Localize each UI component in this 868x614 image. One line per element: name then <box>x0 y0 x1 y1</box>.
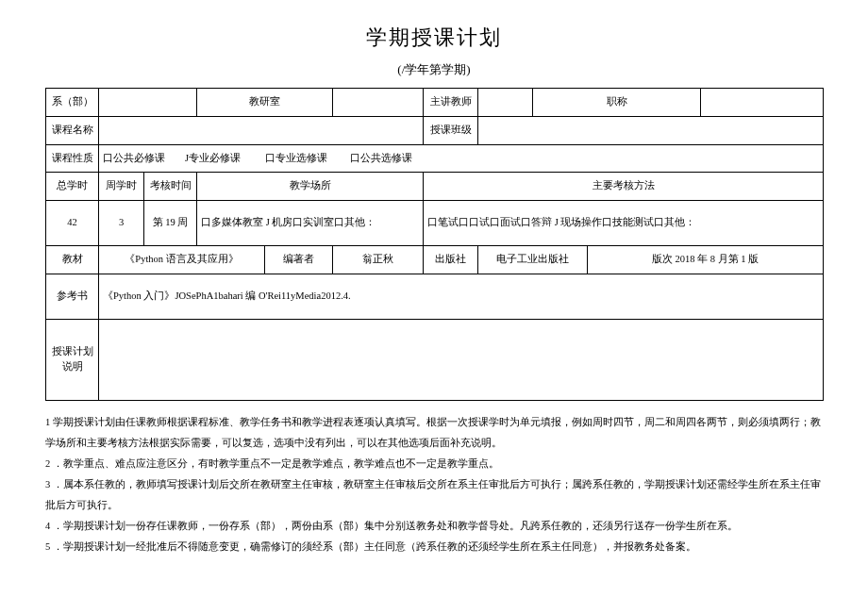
label-weekly-hours: 周学时 <box>99 173 144 201</box>
value-class <box>478 116 824 144</box>
page-title: 学期授课计划 <box>45 24 823 52</box>
ct-opt3: 口专业选修课 <box>265 153 327 163</box>
value-course-name <box>99 116 424 144</box>
value-office <box>333 89 424 117</box>
value-exam-method: 口笔试口口试口面试口答辩 J 现场操作口技能测试口其他： <box>424 201 824 246</box>
label-exam-time: 考核时间 <box>144 173 197 201</box>
label-author: 编著者 <box>265 246 333 274</box>
label-course-type: 课程性质 <box>46 144 99 173</box>
label-publisher: 出版社 <box>424 246 478 274</box>
label-dept: 系（部） <box>46 89 99 117</box>
label-place: 教学场所 <box>197 173 424 201</box>
textbook-publisher: 电子工业出版社 <box>478 246 588 274</box>
label-course-name: 课程名称 <box>46 116 99 144</box>
value-total-hours: 42 <box>46 201 99 246</box>
page-subtitle: (/学年第学期) <box>45 61 823 78</box>
value-place: 口多媒体教室 J 机房口实训室口其他： <box>197 201 424 246</box>
value-lecturer <box>478 89 533 117</box>
label-reference: 参考书 <box>46 274 99 319</box>
note-5: 5 ．学期授课计划一经批准后不得随意变更，确需修订的须经系（部）主任同意（跨系任… <box>45 537 823 557</box>
note-4: 4 ．学期授课计划一份存任课教师，一份存系（部），两份由系（部）集中分别送教务处… <box>45 516 823 537</box>
value-dept <box>99 89 197 117</box>
course-type-options: 口公共必修课 J专业必修课 口专业选修课 口公共选修课 <box>99 144 824 173</box>
note-1: 1 学期授课计划由任课教师根据课程标准、教学任务书和教学进程表逐项认真填写。根据… <box>45 412 823 454</box>
value-rank <box>701 89 824 117</box>
notes-section: 1 学期授课计划由任课教师根据课程标准、教学任务书和教学进程表逐项认真填写。根据… <box>45 412 823 557</box>
ct-opt4: 口公共选修课 <box>350 153 412 163</box>
label-total-hours: 总学时 <box>46 173 99 201</box>
label-office: 教研室 <box>197 89 333 117</box>
textbook-author: 翁正秋 <box>333 246 424 274</box>
note-2: 2 ．教学重点、难点应注意区分，有时教学重点不一定是教学难点，教学难点也不一定是… <box>45 454 823 474</box>
textbook-title: 《Python 语言及其应用》 <box>99 246 265 274</box>
value-reference: 《Python 入门》JOSePhA1bahari 编 O'Rei11yMedi… <box>99 274 824 319</box>
ct-opt1: 口公共必修课 <box>103 153 165 163</box>
label-lecturer: 主讲教师 <box>424 89 478 117</box>
plan-table: 系（部） 教研室 主讲教师 职称 课程名称 授课班级 课程性质 口公共必修课 J… <box>45 88 824 401</box>
value-exam-time: 第 19 周 <box>144 201 197 246</box>
label-exam-method: 主要考核方法 <box>424 173 824 201</box>
label-class: 授课班级 <box>424 116 478 144</box>
ct-opt2: J专业必修课 <box>185 153 241 163</box>
label-rank: 职称 <box>533 89 701 117</box>
label-plan-note: 授课计划说明 <box>46 319 99 400</box>
label-textbook: 教材 <box>46 246 99 274</box>
value-plan-note <box>99 319 824 400</box>
value-weekly-hours: 3 <box>99 201 144 246</box>
textbook-edition: 版次 2018 年 8 月第 1 版 <box>588 246 824 274</box>
note-3: 3 ．属本系任教的，教师填写授课计划后交所在教研室主任审核，教研室主任审核后交所… <box>45 474 823 516</box>
